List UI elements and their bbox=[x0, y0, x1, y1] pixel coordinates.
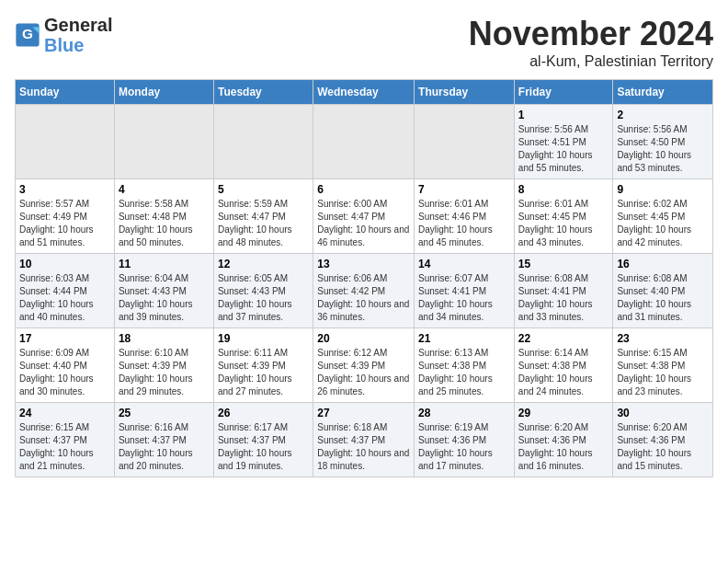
svg-text:G: G bbox=[22, 26, 33, 41]
calendar-cell bbox=[16, 105, 115, 179]
day-info: Sunrise: 6:17 AMSunset: 4:37 PMDaylight:… bbox=[218, 421, 309, 473]
calendar-cell: 25Sunrise: 6:16 AMSunset: 4:37 PMDayligh… bbox=[114, 403, 213, 477]
day-info: Sunrise: 6:09 AMSunset: 4:40 PMDaylight:… bbox=[19, 347, 110, 398]
day-info: Sunrise: 5:59 AMSunset: 4:47 PMDaylight:… bbox=[218, 198, 309, 249]
day-info: Sunrise: 6:11 AMSunset: 4:39 PMDaylight:… bbox=[218, 347, 309, 398]
calendar-cell: 19Sunrise: 6:11 AMSunset: 4:39 PMDayligh… bbox=[213, 328, 313, 403]
calendar-cell: 28Sunrise: 6:19 AMSunset: 4:36 PMDayligh… bbox=[415, 403, 515, 477]
title-area: November 2024 al-Kum, Palestinian Territ… bbox=[469, 15, 713, 70]
day-number: 23 bbox=[617, 332, 709, 345]
day-number: 18 bbox=[119, 332, 210, 345]
calendar-cell: 23Sunrise: 6:15 AMSunset: 4:38 PMDayligh… bbox=[613, 328, 713, 403]
day-number: 28 bbox=[418, 407, 510, 419]
day-info: Sunrise: 6:01 AMSunset: 4:45 PMDaylight:… bbox=[518, 198, 609, 249]
day-number: 24 bbox=[19, 407, 110, 419]
calendar-cell: 9Sunrise: 6:02 AMSunset: 4:45 PMDaylight… bbox=[613, 179, 713, 254]
day-number: 12 bbox=[218, 258, 309, 270]
calendar-cell: 2Sunrise: 5:56 AMSunset: 4:50 PMDaylight… bbox=[613, 105, 713, 179]
calendar-cell: 6Sunrise: 6:00 AMSunset: 4:47 PMDaylight… bbox=[313, 179, 415, 254]
calendar-cell: 18Sunrise: 6:10 AMSunset: 4:39 PMDayligh… bbox=[114, 328, 213, 403]
day-number: 22 bbox=[518, 332, 609, 345]
calendar-cell: 24Sunrise: 6:15 AMSunset: 4:37 PMDayligh… bbox=[16, 403, 115, 477]
day-info: Sunrise: 6:13 AMSunset: 4:38 PMDaylight:… bbox=[418, 347, 510, 398]
day-number: 30 bbox=[617, 407, 709, 419]
day-number: 26 bbox=[218, 407, 309, 419]
day-number: 3 bbox=[19, 183, 110, 196]
weekday-header: Monday bbox=[114, 80, 213, 105]
header: G General Blue November 2024 al-Kum, Pal… bbox=[15, 15, 713, 70]
calendar-table: SundayMondayTuesdayWednesdayThursdayFrid… bbox=[15, 79, 713, 477]
day-info: Sunrise: 6:05 AMSunset: 4:43 PMDaylight:… bbox=[218, 272, 309, 324]
day-info: Sunrise: 5:57 AMSunset: 4:49 PMDaylight:… bbox=[19, 198, 110, 249]
calendar-cell bbox=[213, 105, 313, 179]
location-title: al-Kum, Palestinian Territory bbox=[469, 53, 713, 70]
logo-text: General Blue bbox=[44, 15, 112, 55]
day-number: 16 bbox=[617, 258, 709, 270]
day-number: 15 bbox=[518, 258, 609, 270]
day-info: Sunrise: 6:02 AMSunset: 4:45 PMDaylight:… bbox=[617, 198, 709, 249]
day-number: 21 bbox=[418, 332, 510, 345]
day-number: 6 bbox=[317, 183, 410, 196]
day-info: Sunrise: 6:15 AMSunset: 4:38 PMDaylight:… bbox=[617, 347, 709, 398]
day-number: 11 bbox=[119, 258, 210, 270]
day-info: Sunrise: 6:18 AMSunset: 4:37 PMDaylight:… bbox=[317, 421, 410, 473]
day-number: 27 bbox=[317, 407, 410, 419]
weekday-header: Friday bbox=[514, 80, 613, 105]
calendar-cell: 4Sunrise: 5:58 AMSunset: 4:48 PMDaylight… bbox=[114, 179, 213, 254]
calendar-cell: 20Sunrise: 6:12 AMSunset: 4:39 PMDayligh… bbox=[313, 328, 415, 403]
calendar-cell: 15Sunrise: 6:08 AMSunset: 4:41 PMDayligh… bbox=[514, 254, 613, 328]
day-number: 13 bbox=[317, 258, 410, 270]
day-number: 20 bbox=[317, 332, 410, 345]
day-number: 7 bbox=[418, 183, 510, 196]
day-info: Sunrise: 6:08 AMSunset: 4:40 PMDaylight:… bbox=[617, 272, 709, 324]
month-title: November 2024 bbox=[469, 15, 713, 53]
weekday-header: Tuesday bbox=[213, 80, 313, 105]
calendar-cell: 12Sunrise: 6:05 AMSunset: 4:43 PMDayligh… bbox=[213, 254, 313, 328]
calendar-cell: 8Sunrise: 6:01 AMSunset: 4:45 PMDaylight… bbox=[514, 179, 613, 254]
day-number: 29 bbox=[518, 407, 609, 419]
day-info: Sunrise: 6:16 AMSunset: 4:37 PMDaylight:… bbox=[119, 421, 210, 473]
day-info: Sunrise: 6:15 AMSunset: 4:37 PMDaylight:… bbox=[19, 421, 110, 473]
day-number: 25 bbox=[119, 407, 210, 419]
day-number: 4 bbox=[119, 183, 210, 196]
calendar-cell: 14Sunrise: 6:07 AMSunset: 4:41 PMDayligh… bbox=[415, 254, 515, 328]
calendar-cell: 26Sunrise: 6:17 AMSunset: 4:37 PMDayligh… bbox=[213, 403, 313, 477]
day-info: Sunrise: 6:01 AMSunset: 4:46 PMDaylight:… bbox=[418, 198, 510, 249]
day-info: Sunrise: 6:03 AMSunset: 4:44 PMDaylight:… bbox=[19, 272, 110, 324]
day-info: Sunrise: 6:08 AMSunset: 4:41 PMDaylight:… bbox=[518, 272, 609, 324]
calendar-cell: 29Sunrise: 6:20 AMSunset: 4:36 PMDayligh… bbox=[514, 403, 613, 477]
logo-icon: G bbox=[15, 22, 40, 48]
day-number: 1 bbox=[518, 109, 609, 121]
weekday-header: Thursday bbox=[415, 80, 515, 105]
day-number: 5 bbox=[218, 183, 309, 196]
weekday-header: Wednesday bbox=[313, 80, 415, 105]
calendar-cell bbox=[415, 105, 515, 179]
calendar-cell: 21Sunrise: 6:13 AMSunset: 4:38 PMDayligh… bbox=[415, 328, 515, 403]
weekday-header: Sunday bbox=[16, 80, 115, 105]
calendar-cell bbox=[114, 105, 213, 179]
day-info: Sunrise: 5:56 AMSunset: 4:50 PMDaylight:… bbox=[617, 123, 709, 175]
day-info: Sunrise: 6:04 AMSunset: 4:43 PMDaylight:… bbox=[119, 272, 210, 324]
day-number: 17 bbox=[19, 332, 110, 345]
calendar-cell: 3Sunrise: 5:57 AMSunset: 4:49 PMDaylight… bbox=[16, 179, 115, 254]
day-info: Sunrise: 5:56 AMSunset: 4:51 PMDaylight:… bbox=[518, 123, 609, 175]
day-number: 10 bbox=[19, 258, 110, 270]
day-info: Sunrise: 6:07 AMSunset: 4:41 PMDaylight:… bbox=[418, 272, 510, 324]
calendar-cell: 17Sunrise: 6:09 AMSunset: 4:40 PMDayligh… bbox=[16, 328, 115, 403]
calendar-cell: 10Sunrise: 6:03 AMSunset: 4:44 PMDayligh… bbox=[16, 254, 115, 328]
day-number: 19 bbox=[218, 332, 309, 345]
day-info: Sunrise: 6:14 AMSunset: 4:38 PMDaylight:… bbox=[518, 347, 609, 398]
calendar-cell: 11Sunrise: 6:04 AMSunset: 4:43 PMDayligh… bbox=[114, 254, 213, 328]
day-info: Sunrise: 6:12 AMSunset: 4:39 PMDaylight:… bbox=[317, 347, 410, 398]
calendar-cell: 30Sunrise: 6:20 AMSunset: 4:36 PMDayligh… bbox=[613, 403, 713, 477]
calendar-cell: 1Sunrise: 5:56 AMSunset: 4:51 PMDaylight… bbox=[514, 105, 613, 179]
day-number: 9 bbox=[617, 183, 709, 196]
calendar-cell bbox=[313, 105, 415, 179]
day-number: 14 bbox=[418, 258, 510, 270]
logo: G General Blue bbox=[15, 15, 112, 55]
calendar-cell: 7Sunrise: 6:01 AMSunset: 4:46 PMDaylight… bbox=[415, 179, 515, 254]
calendar-cell: 22Sunrise: 6:14 AMSunset: 4:38 PMDayligh… bbox=[514, 328, 613, 403]
calendar-cell: 27Sunrise: 6:18 AMSunset: 4:37 PMDayligh… bbox=[313, 403, 415, 477]
day-info: Sunrise: 6:20 AMSunset: 4:36 PMDaylight:… bbox=[518, 421, 609, 473]
day-info: Sunrise: 6:20 AMSunset: 4:36 PMDaylight:… bbox=[617, 421, 709, 473]
